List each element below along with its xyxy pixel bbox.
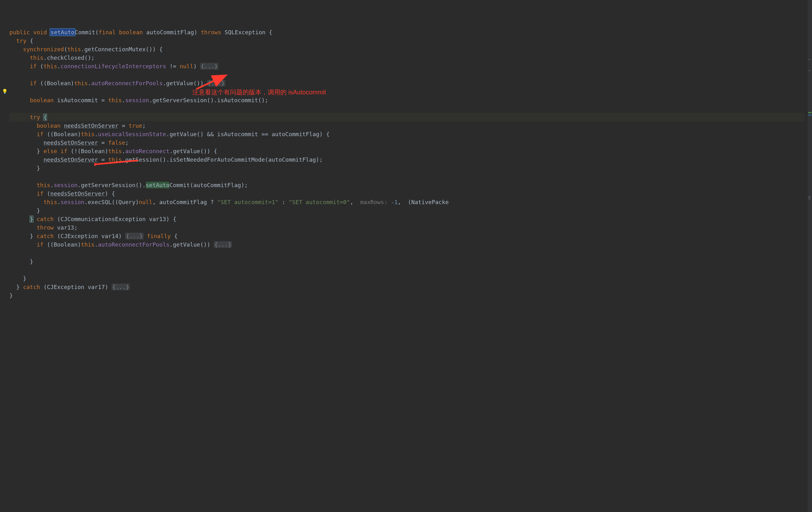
brace-close: } bbox=[30, 258, 33, 265]
keyword-this: this bbox=[44, 199, 57, 205]
keyword-boolean: boolean bbox=[30, 97, 54, 104]
punct: ( bbox=[64, 46, 67, 53]
catch-expr: (CJCommunicationsException var13) { bbox=[54, 216, 176, 222]
keyword-final: final bbox=[99, 29, 116, 35]
paren-close: ) bbox=[194, 29, 197, 35]
string-literal: "SET autocommit=0" bbox=[289, 199, 350, 205]
minimap-marker[interactable] bbox=[808, 114, 811, 116]
eq: = bbox=[118, 122, 129, 129]
expr: ((Boolean) bbox=[37, 80, 74, 86]
code-fold[interactable]: {...} bbox=[200, 63, 219, 70]
dot: . bbox=[122, 97, 125, 104]
keyword-boolean: boolean bbox=[119, 29, 143, 35]
field: session bbox=[61, 199, 85, 205]
call: .getValue()) bbox=[169, 241, 214, 248]
field: connectionLifecycleInterceptors bbox=[61, 63, 166, 70]
call-rest: Commit(autoCommitFlag); bbox=[169, 182, 248, 188]
editor-gutter bbox=[0, 0, 9, 507]
colon: : bbox=[279, 199, 289, 205]
keyword-this: this bbox=[108, 97, 122, 104]
var-decl: isAutocommit = bbox=[54, 97, 108, 104]
search-match-occurrence: setAuto bbox=[146, 182, 170, 188]
dot: . bbox=[94, 131, 98, 137]
catch-expr: (CJException var14) bbox=[54, 233, 125, 239]
brace-open: { bbox=[269, 29, 272, 35]
field: autoReconnect bbox=[125, 148, 170, 155]
code-editor[interactable]: 💡 public void setAutoCommit(final boolea… bbox=[0, 0, 812, 507]
minimap-marker[interactable] bbox=[809, 71, 810, 71]
keyword-throw: throw bbox=[37, 224, 54, 231]
keyword-this: this bbox=[81, 131, 94, 137]
keyword-throws: throws bbox=[201, 29, 221, 35]
field: session bbox=[125, 97, 149, 104]
code-fold[interactable]: {...} bbox=[112, 284, 130, 290]
dot: . bbox=[57, 63, 61, 70]
keyword-true: true bbox=[128, 122, 142, 129]
search-match: setAuto bbox=[50, 29, 75, 35]
minimap-marker[interactable] bbox=[809, 197, 810, 198]
comma: , bbox=[350, 199, 360, 205]
method-call: .checkClosed(); bbox=[44, 54, 94, 61]
local-var: needsSetOnServer bbox=[44, 156, 98, 163]
dot: . bbox=[57, 199, 61, 205]
code-fold[interactable]: {...} bbox=[207, 80, 225, 86]
call: .getSession().isSetNeededForAutoCommitMo… bbox=[122, 156, 323, 163]
space bbox=[40, 114, 44, 120]
code-fold[interactable]: {...} bbox=[214, 241, 232, 248]
dot: . bbox=[122, 148, 125, 155]
eq: = bbox=[98, 156, 109, 163]
sc: ; bbox=[125, 139, 128, 146]
call-chain: .getServerSession().isAutocommit(); bbox=[149, 97, 268, 104]
brace: { bbox=[30, 37, 33, 44]
minimap[interactable] bbox=[808, 0, 812, 507]
keyword-public: public bbox=[9, 29, 30, 35]
paren-open: ( bbox=[95, 29, 99, 35]
brace-close: } bbox=[37, 148, 44, 155]
dot: . bbox=[50, 182, 54, 188]
dot: . bbox=[94, 241, 98, 248]
keyword-if: if bbox=[37, 131, 44, 137]
param-hint: maxRows: bbox=[360, 199, 387, 205]
brace-close: } bbox=[9, 292, 13, 299]
keyword-void: void bbox=[33, 29, 47, 35]
brace-match: { bbox=[44, 114, 47, 120]
local-var: needsSetOnServer bbox=[50, 190, 105, 197]
code-fold[interactable]: {...} bbox=[125, 233, 143, 239]
keyword-synchronized: synchronized bbox=[23, 46, 64, 53]
field: autoReconnectForPools bbox=[98, 241, 170, 248]
call: .getValue()) { bbox=[169, 148, 217, 155]
keyword-this: this bbox=[67, 46, 81, 53]
method-name-suffix: Commit bbox=[75, 29, 95, 35]
catch-expr: (CJException var17) bbox=[40, 284, 112, 290]
brace-close: } bbox=[16, 284, 23, 290]
keyword-this: this bbox=[37, 182, 50, 188]
keyword-false: false bbox=[108, 139, 125, 146]
keyword-catch: catch bbox=[33, 216, 54, 222]
close: ) { bbox=[105, 190, 115, 197]
trailing: , (NativePacke bbox=[398, 199, 449, 205]
keyword-this: this bbox=[74, 80, 88, 86]
expr: (!(Boolean) bbox=[67, 148, 108, 155]
throw-target: var13; bbox=[54, 224, 78, 231]
keyword-catch: catch bbox=[23, 284, 40, 290]
keyword-this: this bbox=[108, 156, 122, 163]
field: autoReconnectForPools bbox=[91, 80, 163, 86]
minimap-marker[interactable] bbox=[809, 59, 810, 60]
field: session bbox=[54, 182, 78, 188]
field: useLocalSessionState bbox=[98, 131, 166, 137]
minimap-marker[interactable] bbox=[808, 112, 811, 113]
keyword-if: if bbox=[37, 241, 44, 248]
keyword-null: null bbox=[180, 63, 193, 70]
brace-close: } bbox=[37, 207, 40, 214]
keyword-try: try bbox=[30, 114, 40, 120]
local-var: needsSetOnServer bbox=[64, 122, 118, 129]
sc: ; bbox=[142, 122, 146, 129]
keyword-try: try bbox=[16, 37, 27, 44]
minimap-marker[interactable] bbox=[809, 199, 810, 199]
annotation-text: 注意看这个有问题的版本，调用的 isAutocommit bbox=[192, 88, 326, 97]
minimap-marker[interactable] bbox=[809, 196, 810, 197]
open: ( bbox=[44, 190, 50, 197]
keyword-else-if: else if bbox=[44, 148, 67, 155]
expr: ((Boolean) bbox=[44, 131, 81, 137]
space bbox=[387, 199, 391, 205]
